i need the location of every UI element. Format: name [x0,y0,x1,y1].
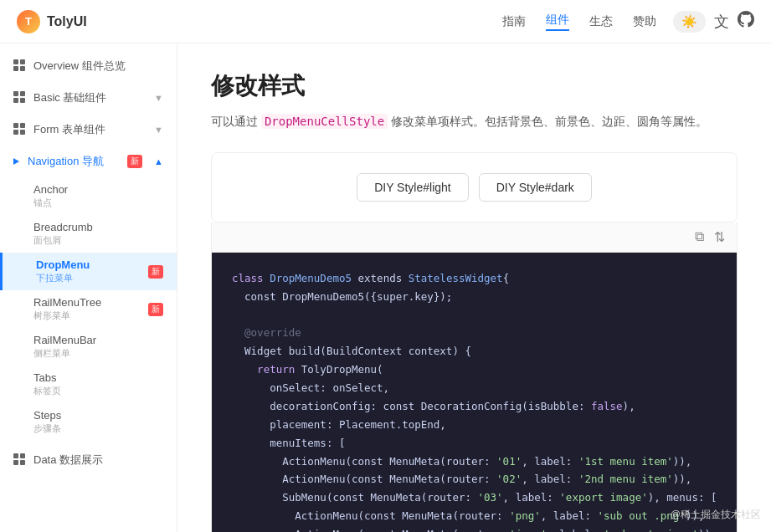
code-line-13: SubMenu(const MenuMeta(router: '03', lab… [232,489,717,507]
demo-area: DIY Style#light DIY Style#dark [211,152,738,223]
code-line-9: placement: Placement.topEnd, [232,416,717,434]
steps-label: Steps [33,409,163,422]
sidebar-item-form[interactable]: Form 表单组件 ▼ [0,114,177,146]
svg-rect-13 [20,453,25,458]
railmenutree-sublabel: 树形菜单 [33,309,101,322]
code-line-7: onSelect: onSelect, [232,379,717,397]
nav-link-components[interactable]: 组件 [546,13,569,31]
sidebar: Overview 组件总览 Basic 基础组件 ▼ Form 表单组件 ▼ N… [0,43,177,532]
code-toolbar: ⧉ ⇅ [212,223,737,253]
sidebar-item-navigation[interactable]: Navigation 导航 新 ▲ [0,146,177,177]
sidebar-item-overview[interactable]: Overview 组件总览 [0,50,177,82]
chevron-up-icon: ▲ [154,156,163,166]
code-line-8: decorationConfig: const DecorationConfig… [232,397,717,416]
svg-rect-15 [20,460,25,465]
code-line-10: menuItems: [ [232,434,717,453]
dropmenu-sublabel: 下拉菜单 [36,272,90,284]
code-line-12: ActionMenu(const MenuMeta(router: '02', … [232,470,717,489]
sidebar-data-label: Data 数据展示 [33,453,163,468]
sub-item-anchor[interactable]: Anchor 锚点 [0,177,177,215]
demo-btn-light[interactable]: DIY Style#light [357,173,469,202]
sub-item-breadcrumb[interactable]: Breadcrumb 面包屑 [0,215,177,253]
nav-links: 指南 组件 生态 赞助 [502,13,656,31]
sidebar-item-basic[interactable]: Basic 基础组件 ▼ [0,82,177,114]
content-area: 修改样式 可以通过 DropMenuCellStyle 修改菜单项样式。包括背景… [177,43,771,532]
svg-rect-10 [13,130,18,135]
code-body[interactable]: class DropMenuDemo5 extends StatelessWid… [212,253,737,532]
grid-icon-basic [13,91,25,105]
sidebar-item-data[interactable]: Data 数据展示 [0,444,177,476]
svg-rect-7 [20,98,25,103]
code-line-11: ActionMenu(const MenuMeta(router: '01', … [232,453,717,471]
svg-rect-11 [20,130,25,135]
svg-rect-12 [13,453,18,458]
page-title: 修改样式 [211,70,738,102]
logo[interactable]: T TolyUI [17,10,87,33]
nav-link-guide[interactable]: 指南 [502,14,526,29]
badge-new-dropmenu: 新 [148,265,163,279]
svg-rect-9 [20,123,25,128]
sub-item-steps[interactable]: Steps 步骤条 [0,403,177,441]
main-layout: Overview 组件总览 Basic 基础组件 ▼ Form 表单组件 ▼ N… [0,43,771,532]
code-line-3 [232,306,717,325]
svg-rect-4 [13,91,18,96]
triangle-icon [13,158,19,165]
grid-icon [13,59,25,74]
theme-toggle[interactable]: ☀️ [673,11,706,33]
sidebar-nav-label: Navigation 导航 [28,154,119,169]
grid-icon-data [13,453,25,468]
tabs-sublabel: 标签页 [33,385,163,397]
page-description: 可以通过 DropMenuCellStyle 修改菜单项样式。包括背景色、前景色… [211,112,738,132]
code-line-6: return TolyDropMenu( [232,361,717,379]
breadcrumb-label: Breadcrumb [33,221,163,233]
grid-icon-form [13,123,25,137]
nav-icons: ☀️ 文 [673,11,754,33]
sidebar-basic-label: Basic 基础组件 [33,90,146,105]
sub-item-railmenubar[interactable]: RailMenuBar 侧栏菜单 [0,328,177,366]
nav-link-sponsor[interactable]: 赞助 [633,14,656,29]
highlight-word: DropMenuCellStyle [261,114,388,129]
code-expand-button[interactable]: ⇅ [712,228,727,247]
nav-link-ecosystem[interactable]: 生态 [589,14,613,29]
code-container: ⧉ ⇅ class DropMenuDemo5 extends Stateles… [211,223,738,532]
breadcrumb-sublabel: 面包屑 [33,234,163,247]
svg-rect-3 [20,66,25,71]
code-line-2: const DropMenuDemo5({super.key}); [232,288,717,306]
steps-sublabel: 步骤条 [33,422,163,435]
svg-rect-8 [13,123,18,128]
svg-rect-2 [13,66,18,71]
translate-icon[interactable]: 文 [714,12,729,32]
dropmenu-label: DropMenu [36,258,90,271]
svg-rect-6 [13,98,18,103]
svg-rect-0 [13,59,18,64]
svg-rect-5 [20,91,25,96]
svg-rect-1 [20,59,25,64]
code-line-1: class DropMenuDemo5 extends StatelessWid… [232,269,717,288]
code-line-15: ActionMenu(const MenuMeta(router: 'jpeg'… [232,525,717,532]
demo-buttons: DIY Style#light DIY Style#dark [357,173,592,202]
railmenutree-label: RailMenuTree [33,296,101,309]
sub-item-railmenutree[interactable]: RailMenuTree 树形菜单 新 [0,290,177,328]
github-icon[interactable] [738,11,754,32]
svg-rect-14 [13,460,18,465]
top-nav: T TolyUI 指南 组件 生态 赞助 ☀️ 文 [0,0,771,43]
railmenubar-sublabel: 侧栏菜单 [33,347,163,360]
railmenubar-label: RailMenuBar [33,334,163,346]
anchor-label: Anchor [33,183,163,196]
badge-new-railmenutree: 新 [148,303,163,316]
code-line-5: Widget build(BuildContext context) { [232,342,717,361]
code-copy-button[interactable]: ⧉ [693,228,706,246]
chevron-down-icon-form: ▼ [154,125,163,135]
sidebar-overview-label: Overview 组件总览 [33,59,126,74]
demo-btn-dark[interactable]: DIY Style#dark [479,173,592,202]
anchor-sublabel: 锚点 [33,197,163,209]
code-line-4: @override [232,324,717,342]
logo-icon: T [17,10,40,33]
sub-item-tabs[interactable]: Tabs 标签页 [0,366,177,403]
code-line-14: ActionMenu(const MenuMeta(router: 'png',… [232,507,717,525]
sub-item-dropmenu[interactable]: DropMenu 下拉菜单 新 [0,253,177,290]
tabs-label: Tabs [33,371,163,384]
badge-new-nav: 新 [127,155,142,168]
logo-text: TolyUI [47,14,87,29]
chevron-down-icon: ▼ [154,93,163,103]
